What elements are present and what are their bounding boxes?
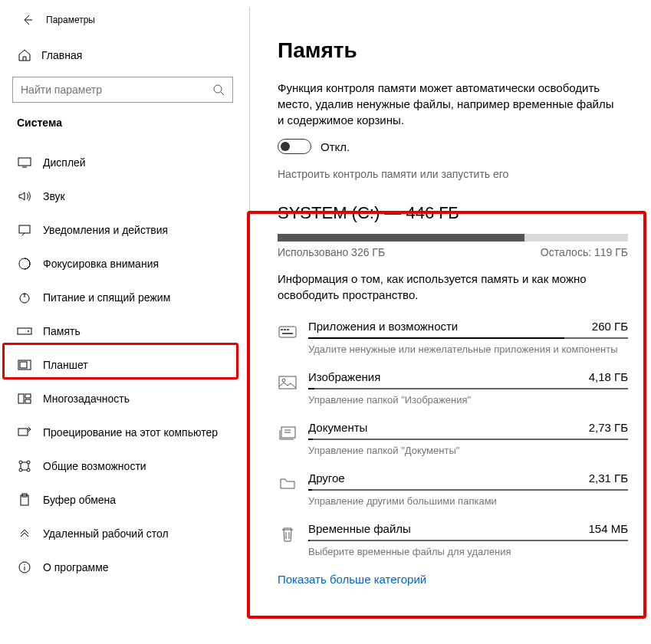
- tablet-icon: [17, 357, 32, 373]
- svg-point-13: [27, 461, 30, 464]
- category-pictures[interactable]: Изображения4,18 ГБ Управление папкой "Из…: [278, 370, 628, 406]
- nav-item-remote[interactable]: Удаленный рабочий стол: [0, 517, 245, 550]
- apps-icon: [278, 322, 298, 342]
- storage-icon: [17, 324, 32, 339]
- svg-rect-4: [18, 328, 31, 334]
- svg-rect-21: [284, 329, 286, 330]
- configure-storage-sense-link[interactable]: Настроить контроль памяти или запустить …: [278, 168, 628, 180]
- search-box[interactable]: [12, 77, 233, 103]
- drive-usage-bar: [278, 234, 628, 242]
- nav-item-shared[interactable]: Общие возможности: [0, 449, 245, 483]
- multitasking-icon: [17, 391, 32, 406]
- storage-sense-toggle[interactable]: [278, 139, 311, 154]
- show-more-categories-link[interactable]: Показать больше категорий: [278, 573, 628, 586]
- nav-item-storage[interactable]: Память: [0, 314, 245, 348]
- projecting-icon: [17, 425, 32, 440]
- nav-item-display[interactable]: Дисплей: [0, 146, 245, 179]
- nav-list: Дисплей Звук Уведомления и действия Фоку…: [0, 146, 245, 584]
- nav-item-sound[interactable]: Звук: [0, 179, 245, 213]
- nav-item-focus[interactable]: Фокусировка внимания: [0, 247, 245, 281]
- svg-point-12: [19, 461, 22, 464]
- drive-free-label: Осталось: 119 ГБ: [541, 246, 628, 258]
- shared-icon: [17, 458, 32, 474]
- display-icon: [17, 155, 32, 170]
- clipboard-icon: [17, 492, 32, 508]
- category-apps[interactable]: Приложения и возможности260 ГБ Удалите н…: [278, 320, 628, 355]
- about-icon: [17, 560, 32, 575]
- svg-rect-9: [25, 394, 31, 398]
- toggle-state-label: Откл.: [321, 140, 350, 153]
- svg-rect-23: [282, 333, 293, 334]
- svg-rect-2: [19, 225, 30, 233]
- svg-rect-1: [18, 158, 31, 166]
- svg-rect-20: [281, 329, 283, 330]
- search-icon: [212, 84, 225, 96]
- nav-home[interactable]: Главная: [0, 41, 245, 69]
- home-icon: [17, 48, 32, 63]
- svg-point-15: [27, 468, 30, 472]
- svg-rect-8: [18, 394, 24, 403]
- svg-rect-22: [287, 329, 289, 330]
- storage-sense-desc: Функция контроля памяти может автоматиче…: [278, 80, 623, 128]
- nav-item-projecting[interactable]: Проецирование на этот компьютер: [0, 416, 245, 449]
- page-title: Память: [278, 38, 628, 63]
- nav-item-clipboard[interactable]: Буфер обмена: [0, 483, 245, 517]
- svg-point-14: [19, 468, 22, 472]
- svg-rect-11: [18, 429, 28, 435]
- drive-desc: Информация о том, как используется памят…: [278, 271, 628, 303]
- nav-home-label: Главная: [41, 49, 82, 61]
- nav-item-notifications[interactable]: Уведомления и действия: [0, 213, 245, 247]
- svg-rect-19: [279, 327, 296, 337]
- svg-point-0: [214, 85, 222, 93]
- category-documents[interactable]: Документы2,73 ГБ Управление папкой "Доку…: [278, 421, 628, 456]
- pictures-icon: [278, 373, 298, 393]
- remote-icon: [17, 526, 32, 541]
- drive-used-label: Использовано 326 ГБ: [278, 246, 385, 258]
- nav-item-tablet[interactable]: Планшет: [0, 348, 245, 382]
- section-title: Система: [0, 117, 245, 136]
- category-temp[interactable]: Временные файлы154 МБ Выберите временные…: [278, 522, 628, 557]
- focus-icon: [17, 256, 32, 271]
- nav-item-power[interactable]: Питание и спящий режим: [0, 281, 245, 314]
- trash-icon: [278, 524, 298, 544]
- svg-point-25: [282, 379, 285, 382]
- svg-rect-7: [20, 362, 27, 368]
- folder-icon: [278, 474, 298, 494]
- notification-icon: [17, 222, 32, 238]
- drive-block: SYSTEM (C:) — 446 ГБ Использовано 326 ГБ…: [278, 203, 628, 586]
- documents-icon: [278, 423, 298, 443]
- power-icon: [17, 290, 32, 305]
- category-other[interactable]: Другое2,31 ГБ Управление другими большим…: [278, 472, 628, 507]
- svg-point-5: [28, 330, 29, 332]
- svg-rect-24: [279, 376, 296, 389]
- svg-rect-10: [25, 399, 31, 403]
- drive-title: SYSTEM (C:) — 446 ГБ: [278, 203, 628, 223]
- search-input[interactable]: [21, 84, 212, 96]
- back-button[interactable]: [17, 9, 38, 31]
- nav-item-about[interactable]: О программе: [0, 550, 245, 584]
- nav-item-multitasking[interactable]: Многозадачность: [0, 382, 245, 416]
- sound-icon: [17, 189, 32, 204]
- window-title: Параметры: [46, 15, 95, 25]
